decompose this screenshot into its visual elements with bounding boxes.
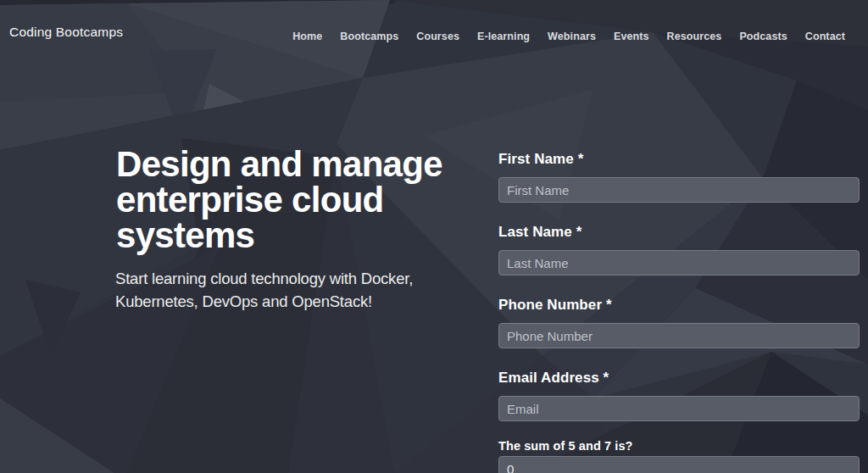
hero-headline: Design and manage enterprise cloud syste… (116, 147, 489, 253)
last-name-label: Last Name * (498, 223, 860, 242)
headline-line-2: enterprise cloud (116, 180, 384, 220)
last-name-input[interactable] (498, 250, 860, 275)
signup-form: First Name * Last Name * Phone Number * … (498, 150, 860, 473)
subheadline-line-2: Kubernetes, DevOps and OpenStack! (115, 292, 372, 310)
nav-item-bootcamps[interactable]: Bootcamps (340, 31, 398, 42)
nav-item-webinars[interactable]: Webinars (548, 31, 596, 42)
nav-item-events[interactable]: Events (614, 31, 649, 42)
phone-number-input[interactable] (498, 323, 860, 348)
nav-item-home[interactable]: Home (292, 31, 322, 42)
subheadline-line-1: Start learning cloud technology with Doc… (115, 270, 413, 287)
email-address-label: Email Address * (498, 369, 860, 387)
nav-item-courses[interactable]: Courses (416, 31, 459, 42)
email-address-input[interactable] (498, 396, 860, 421)
hero-subheadline: Start learning cloud technology with Doc… (115, 267, 471, 313)
captcha-question-label: The sum of 5 and 7 is? (498, 437, 860, 454)
phone-number-label: Phone Number * (498, 296, 860, 314)
nav-item-contact[interactable]: Contact (805, 31, 845, 42)
main-nav: Home Bootcamps Courses E-learning Webina… (0, 31, 845, 42)
nav-item-elearning[interactable]: E-learning (477, 31, 530, 42)
first-name-input[interactable] (498, 177, 860, 203)
first-name-label: First Name * (498, 150, 860, 169)
nav-item-resources[interactable]: Resources (667, 31, 722, 42)
headline-line-3: systems (116, 215, 254, 255)
captcha-answer-input[interactable] (498, 456, 860, 473)
headline-line-1: Design and manage (116, 144, 442, 184)
nav-item-podcasts[interactable]: Podcasts (739, 31, 787, 42)
